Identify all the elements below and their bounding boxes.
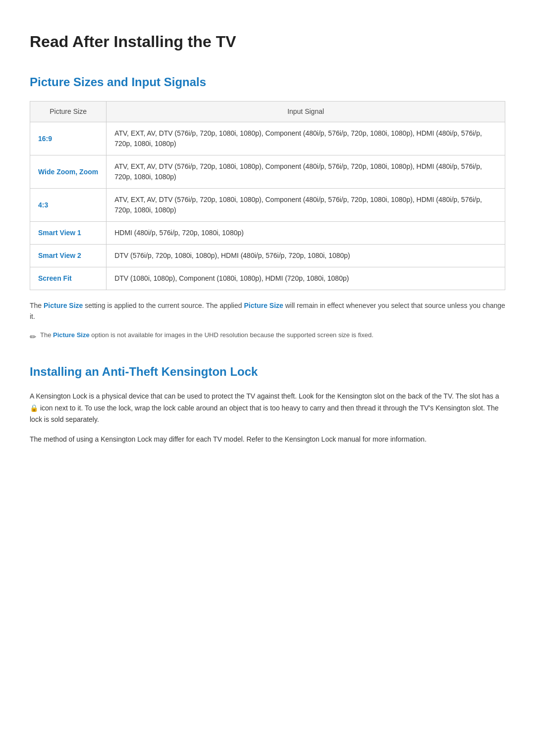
section2-title: Installing an Anti-Theft Kensington Lock bbox=[30, 363, 505, 381]
tip-box: ✏ The Picture Size option is not availab… bbox=[30, 330, 505, 343]
highlight-picture-size-2: Picture Size bbox=[244, 302, 283, 309]
tip-text: The Picture Size option is not available… bbox=[40, 330, 374, 340]
highlight-picture-size-tip: Picture Size bbox=[53, 331, 90, 339]
section2: Installing an Anti-Theft Kensington Lock… bbox=[30, 363, 505, 446]
picture-sizes-table: Picture Size Input Signal 16:9ATV, EXT, … bbox=[30, 101, 505, 290]
picture-size-cell: Wide Zoom, Zoom bbox=[30, 155, 107, 189]
picture-size-cell: Smart View 1 bbox=[30, 222, 107, 245]
picture-size-cell: Screen Fit bbox=[30, 267, 107, 290]
lock-icon: 🔒 bbox=[30, 403, 38, 414]
input-signal-cell: HDMI (480i/p, 576i/p, 720p, 1080i, 1080p… bbox=[107, 222, 505, 245]
table-row: Smart View 1HDMI (480i/p, 576i/p, 720p, … bbox=[30, 222, 505, 245]
input-signal-cell: DTV (1080i, 1080p), Component (1080i, 10… bbox=[107, 267, 505, 290]
picture-size-cell: 16:9 bbox=[30, 122, 107, 155]
page-title: Read After Installing the TV bbox=[30, 30, 505, 53]
input-signal-cell: ATV, EXT, AV, DTV (576i/p, 720p, 1080i, … bbox=[107, 189, 505, 222]
picture-size-cell: 4:3 bbox=[30, 189, 107, 222]
picture-size-note: The Picture Size setting is applied to t… bbox=[30, 300, 505, 322]
input-signal-cell: DTV (576i/p, 720p, 1080i, 1080p), HDMI (… bbox=[107, 245, 505, 267]
col-header-picture-size: Picture Size bbox=[30, 101, 107, 122]
table-row: Smart View 2DTV (576i/p, 720p, 1080i, 10… bbox=[30, 245, 505, 267]
table-row: Screen FitDTV (1080i, 1080p), Component … bbox=[30, 267, 505, 290]
section1-title: Picture Sizes and Input Signals bbox=[30, 73, 505, 91]
section2-body1: A Kensington Lock is a physical device t… bbox=[30, 391, 505, 426]
col-header-input-signal: Input Signal bbox=[107, 101, 505, 122]
highlight-picture-size-1: Picture Size bbox=[44, 302, 83, 309]
table-row: Wide Zoom, ZoomATV, EXT, AV, DTV (576i/p… bbox=[30, 155, 505, 189]
table-row: 4:3ATV, EXT, AV, DTV (576i/p, 720p, 1080… bbox=[30, 189, 505, 222]
input-signal-cell: ATV, EXT, AV, DTV (576i/p, 720p, 1080i, … bbox=[107, 122, 505, 155]
input-signal-cell: ATV, EXT, AV, DTV (576i/p, 720p, 1080i, … bbox=[107, 155, 505, 189]
table-row: 16:9ATV, EXT, AV, DTV (576i/p, 720p, 108… bbox=[30, 122, 505, 155]
picture-size-cell: Smart View 2 bbox=[30, 245, 107, 267]
pencil-icon: ✏ bbox=[30, 331, 36, 343]
section2-body2: The method of using a Kensington Lock ma… bbox=[30, 434, 505, 446]
